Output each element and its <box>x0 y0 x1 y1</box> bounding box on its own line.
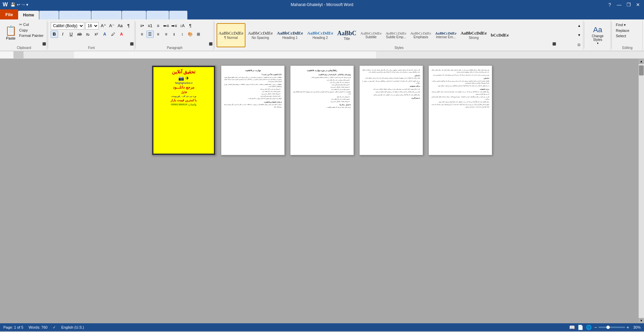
italic-button[interactable]: I <box>59 31 66 38</box>
text-effects-button[interactable]: A <box>101 31 108 38</box>
borders-button[interactable]: ⊞ <box>195 31 202 38</box>
style-strong[interactable]: AaBbCcDdEe Strong <box>459 23 489 47</box>
zoom-in-button[interactable]: + <box>627 325 629 330</box>
styles-expander[interactable]: ▲ ▼ ⊡ <box>577 23 582 47</box>
numbering-button[interactable]: ≡1 <box>146 22 154 30</box>
tab-review[interactable]: Review <box>146 11 169 19</box>
copy-button[interactable]: Copy <box>18 28 45 33</box>
page5-para2: مورد می‌پذیرد و دارند را دارد یا نه. یک … <box>431 74 489 76</box>
decrease-indent-button[interactable]: ⬅≡ <box>163 22 170 30</box>
replace-button[interactable]: Replace <box>614 28 631 33</box>
format-painter-button[interactable]: Format Painter <box>18 33 45 38</box>
zoom-thumb <box>606 326 610 329</box>
strikethrough-button[interactable]: ab <box>76 31 83 38</box>
scroll-down-button[interactable]: ▼ <box>639 318 644 323</box>
font-size-select[interactable]: 16 <box>85 22 99 30</box>
help-icon[interactable]: ? <box>606 2 613 7</box>
tab-bar: File Home Insert Page Layout References … <box>0 9 644 19</box>
page2-para1: مطالعات نشان می‌دهد که قاطعیت با بسیاری … <box>224 76 282 83</box>
clear-format-button[interactable]: Aa <box>117 22 124 30</box>
select-button[interactable]: Select <box>614 33 628 39</box>
change-styles-group[interactable]: Aa Change Styles ▾ <box>585 20 611 50</box>
print-layout-icon[interactable]: 📄 <box>578 325 583 330</box>
scroll-up-button[interactable]: ▲ <box>639 59 644 64</box>
scroll-thumb[interactable] <box>639 65 644 75</box>
tab-page-layout[interactable]: Page Layout <box>59 11 91 19</box>
cut-button[interactable]: ✂ Cut <box>18 22 45 27</box>
style-normal-label: ¶ Normal <box>224 36 238 40</box>
close-button[interactable]: ✕ <box>635 2 641 7</box>
page5-subtitle2: ● راه قاطعانه <box>431 88 489 91</box>
align-right-button[interactable]: ≡ <box>154 31 162 38</box>
pilcrow-button[interactable]: ¶ <box>187 22 194 30</box>
editing-label: Editing <box>612 46 642 50</box>
change-styles-label: Change Styles <box>588 34 608 42</box>
paste-button[interactable]: 📋 Paste <box>3 21 18 45</box>
font-expand-icon[interactable]: ⬛ <box>130 42 134 46</box>
tab-home[interactable]: Home <box>18 11 39 19</box>
style-emphasis[interactable]: AaBbCcDdEe Emphasis <box>409 23 433 47</box>
justify-button[interactable]: ≡ <box>163 31 170 38</box>
paragraph-expand-icon[interactable]: ⬛ <box>209 42 213 46</box>
page2-bullet4: ● این آزمایشات تنها سنجیده‌گری است <box>224 95 282 97</box>
style-heading2[interactable]: AaBbCcDdEe Heading 2 <box>306 23 335 47</box>
tab-view[interactable]: View <box>169 11 187 19</box>
columns-button[interactable]: ⫾ <box>171 31 178 38</box>
style-intense-emp-label: Intense Em... <box>436 35 456 39</box>
style-normal[interactable]: AaBbCcDdEe ¶ Normal <box>217 23 245 47</box>
page2-title: مهارت در قاطعیت <box>224 69 282 72</box>
style-title[interactable]: AaBbC Title <box>336 23 358 47</box>
style-intense-emp[interactable]: AaBbCcDdEe Intense Em... <box>433 23 458 47</box>
align-center-button[interactable]: ☰ <box>146 31 154 38</box>
style-bccdee[interactable]: bCcDdEe <box>489 23 510 47</box>
style-subtitle-preview: AaBbCcDdEe <box>361 31 382 35</box>
instagram-icon: 📷 <box>178 75 184 81</box>
page2-subtitle: ● آیا قاطعیت ذاتاً خوب است؟ <box>224 73 282 76</box>
sort-button[interactable]: ↕A <box>179 22 186 30</box>
tab-references[interactable]: References <box>91 11 121 19</box>
show-hide-button[interactable]: ¶ <box>125 22 132 30</box>
line-spacing-button[interactable]: ↕ <box>179 31 186 38</box>
increase-indent-button[interactable]: ➡≡ <box>171 22 178 30</box>
read-mode-icon[interactable]: 📖 <box>569 325 575 330</box>
minimize-button[interactable]: — <box>616 2 623 7</box>
ad-phone: 09981366624 واتساپ <box>171 103 196 106</box>
clipboard-expand-icon[interactable]: ⬛ <box>42 42 46 46</box>
multilevel-button[interactable]: ≡ <box>154 22 162 30</box>
spell-check-icon[interactable]: ✓ <box>53 325 56 330</box>
web-layout-icon[interactable]: 🌐 <box>586 325 592 330</box>
change-styles-button[interactable]: Aa Change Styles ▾ <box>588 25 608 45</box>
highlight-button[interactable]: 🖊 <box>109 31 117 38</box>
tab-file[interactable]: File <box>0 9 18 19</box>
undo-icon[interactable]: ↩ <box>17 2 20 7</box>
quick-access-more[interactable]: ▾ <box>26 2 28 7</box>
language-indicator[interactable]: English (U.S.) <box>61 325 84 330</box>
page2-bullet1: ● دوستان این فرد را آزاد قرار می‌دهند <box>224 88 282 90</box>
superscript-button[interactable]: x² <box>93 31 100 38</box>
tab-insert[interactable]: Insert <box>39 11 59 19</box>
redo-icon[interactable]: ↪ <box>21 2 25 7</box>
font-name-select[interactable]: Calibri (Body) <box>51 22 84 30</box>
style-heading1[interactable]: AaBbCcDdEe Heading 1 <box>275 23 305 47</box>
zoom-slider[interactable] <box>598 327 625 328</box>
subscript-button[interactable]: x₂ <box>84 31 92 38</box>
tab-mailings[interactable]: Mailings <box>122 11 146 19</box>
font-color-button[interactable]: A <box>118 31 125 38</box>
style-no-spacing[interactable]: AaBbCcDdEe No Spacing <box>246 23 274 47</box>
find-button[interactable]: Find ▾ <box>614 22 627 28</box>
shading-button[interactable]: 🎨 <box>187 31 194 38</box>
font-shrink-button[interactable]: A⁻ <box>108 22 116 30</box>
style-subtitle[interactable]: AaBbCcDdEe Subtitle <box>359 23 383 47</box>
restore-button[interactable]: ❐ <box>625 2 632 7</box>
align-left-button[interactable]: ≡ <box>138 31 146 38</box>
styles-expand-icon[interactable]: ⬛ <box>552 42 556 46</box>
bullets-button[interactable]: ≡• <box>138 22 146 30</box>
style-subtle-emp[interactable]: AaBbCcDdEe Subtle Emp... <box>384 23 408 47</box>
page-4: کار به سازی آزاد توجه کرده باشید شخصی پی… <box>359 65 423 155</box>
bold-button[interactable]: B <box>51 31 58 38</box>
underline-button[interactable]: U <box>67 31 75 38</box>
quick-save-icon[interactable]: 💾 <box>10 2 15 7</box>
font-grow-button[interactable]: A⁺ <box>100 22 107 30</box>
style-title-preview: AaBbC <box>337 30 357 37</box>
zoom-out-button[interactable]: − <box>594 325 597 330</box>
